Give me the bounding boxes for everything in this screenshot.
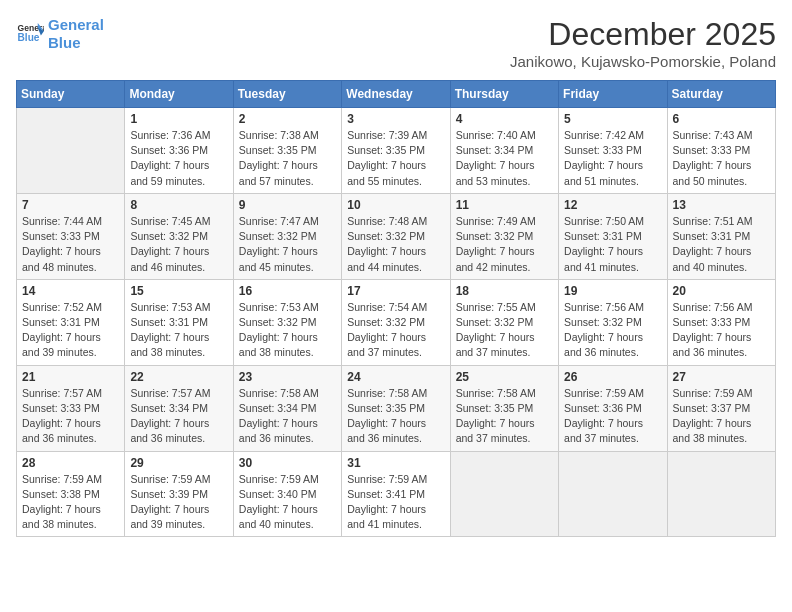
day-header-thursday: Thursday	[450, 81, 558, 108]
day-number: 30	[239, 456, 336, 470]
day-header-saturday: Saturday	[667, 81, 775, 108]
week-row-1: 1Sunrise: 7:36 AMSunset: 3:36 PMDaylight…	[17, 108, 776, 194]
subtitle: Janikowo, Kujawsko-Pomorskie, Poland	[510, 53, 776, 70]
day-number: 10	[347, 198, 444, 212]
day-number: 13	[673, 198, 770, 212]
week-row-5: 28Sunrise: 7:59 AMSunset: 3:38 PMDayligh…	[17, 451, 776, 537]
day-number: 28	[22, 456, 119, 470]
calendar-cell: 21Sunrise: 7:57 AMSunset: 3:33 PMDayligh…	[17, 365, 125, 451]
calendar-cell: 23Sunrise: 7:58 AMSunset: 3:34 PMDayligh…	[233, 365, 341, 451]
day-info: Sunrise: 7:57 AMSunset: 3:33 PMDaylight:…	[22, 386, 119, 447]
calendar-cell: 4Sunrise: 7:40 AMSunset: 3:34 PMDaylight…	[450, 108, 558, 194]
calendar-cell: 9Sunrise: 7:47 AMSunset: 3:32 PMDaylight…	[233, 193, 341, 279]
calendar-table: SundayMondayTuesdayWednesdayThursdayFrid…	[16, 80, 776, 537]
day-number: 1	[130, 112, 227, 126]
calendar-cell: 15Sunrise: 7:53 AMSunset: 3:31 PMDayligh…	[125, 279, 233, 365]
day-info: Sunrise: 7:54 AMSunset: 3:32 PMDaylight:…	[347, 300, 444, 361]
day-info: Sunrise: 7:40 AMSunset: 3:34 PMDaylight:…	[456, 128, 553, 189]
calendar-cell: 5Sunrise: 7:42 AMSunset: 3:33 PMDaylight…	[559, 108, 667, 194]
day-number: 19	[564, 284, 661, 298]
calendar-cell: 10Sunrise: 7:48 AMSunset: 3:32 PMDayligh…	[342, 193, 450, 279]
calendar-cell: 2Sunrise: 7:38 AMSunset: 3:35 PMDaylight…	[233, 108, 341, 194]
day-info: Sunrise: 7:38 AMSunset: 3:35 PMDaylight:…	[239, 128, 336, 189]
logo-text-line2: Blue	[48, 34, 104, 52]
calendar-cell: 17Sunrise: 7:54 AMSunset: 3:32 PMDayligh…	[342, 279, 450, 365]
day-number: 14	[22, 284, 119, 298]
day-number: 17	[347, 284, 444, 298]
calendar-cell	[17, 108, 125, 194]
day-info: Sunrise: 7:51 AMSunset: 3:31 PMDaylight:…	[673, 214, 770, 275]
calendar-cell: 16Sunrise: 7:53 AMSunset: 3:32 PMDayligh…	[233, 279, 341, 365]
day-number: 16	[239, 284, 336, 298]
week-row-2: 7Sunrise: 7:44 AMSunset: 3:33 PMDaylight…	[17, 193, 776, 279]
day-number: 27	[673, 370, 770, 384]
day-info: Sunrise: 7:59 AMSunset: 3:37 PMDaylight:…	[673, 386, 770, 447]
calendar-cell: 3Sunrise: 7:39 AMSunset: 3:35 PMDaylight…	[342, 108, 450, 194]
day-info: Sunrise: 7:50 AMSunset: 3:31 PMDaylight:…	[564, 214, 661, 275]
logo: General Blue General Blue	[16, 16, 104, 52]
day-number: 11	[456, 198, 553, 212]
day-number: 25	[456, 370, 553, 384]
day-number: 21	[22, 370, 119, 384]
svg-text:Blue: Blue	[18, 32, 40, 43]
calendar-cell: 31Sunrise: 7:59 AMSunset: 3:41 PMDayligh…	[342, 451, 450, 537]
month-title: December 2025	[510, 16, 776, 53]
day-info: Sunrise: 7:55 AMSunset: 3:32 PMDaylight:…	[456, 300, 553, 361]
day-number: 3	[347, 112, 444, 126]
week-row-4: 21Sunrise: 7:57 AMSunset: 3:33 PMDayligh…	[17, 365, 776, 451]
calendar-cell	[667, 451, 775, 537]
day-info: Sunrise: 7:59 AMSunset: 3:38 PMDaylight:…	[22, 472, 119, 533]
day-number: 26	[564, 370, 661, 384]
calendar-cell: 18Sunrise: 7:55 AMSunset: 3:32 PMDayligh…	[450, 279, 558, 365]
calendar-cell: 8Sunrise: 7:45 AMSunset: 3:32 PMDaylight…	[125, 193, 233, 279]
day-info: Sunrise: 7:48 AMSunset: 3:32 PMDaylight:…	[347, 214, 444, 275]
calendar-cell	[450, 451, 558, 537]
page-header: General Blue General Blue December 2025 …	[16, 16, 776, 70]
day-header-wednesday: Wednesday	[342, 81, 450, 108]
day-number: 5	[564, 112, 661, 126]
day-info: Sunrise: 7:59 AMSunset: 3:39 PMDaylight:…	[130, 472, 227, 533]
calendar-cell: 30Sunrise: 7:59 AMSunset: 3:40 PMDayligh…	[233, 451, 341, 537]
logo-text-line1: General	[48, 16, 104, 34]
calendar-cell: 27Sunrise: 7:59 AMSunset: 3:37 PMDayligh…	[667, 365, 775, 451]
day-info: Sunrise: 7:53 AMSunset: 3:32 PMDaylight:…	[239, 300, 336, 361]
day-info: Sunrise: 7:53 AMSunset: 3:31 PMDaylight:…	[130, 300, 227, 361]
day-info: Sunrise: 7:59 AMSunset: 3:40 PMDaylight:…	[239, 472, 336, 533]
calendar-cell: 1Sunrise: 7:36 AMSunset: 3:36 PMDaylight…	[125, 108, 233, 194]
calendar-cell: 13Sunrise: 7:51 AMSunset: 3:31 PMDayligh…	[667, 193, 775, 279]
day-info: Sunrise: 7:36 AMSunset: 3:36 PMDaylight:…	[130, 128, 227, 189]
day-number: 12	[564, 198, 661, 212]
calendar-cell: 12Sunrise: 7:50 AMSunset: 3:31 PMDayligh…	[559, 193, 667, 279]
calendar-cell: 29Sunrise: 7:59 AMSunset: 3:39 PMDayligh…	[125, 451, 233, 537]
day-number: 2	[239, 112, 336, 126]
calendar-cell	[559, 451, 667, 537]
day-header-sunday: Sunday	[17, 81, 125, 108]
calendar-cell: 22Sunrise: 7:57 AMSunset: 3:34 PMDayligh…	[125, 365, 233, 451]
day-info: Sunrise: 7:59 AMSunset: 3:41 PMDaylight:…	[347, 472, 444, 533]
calendar-cell: 26Sunrise: 7:59 AMSunset: 3:36 PMDayligh…	[559, 365, 667, 451]
day-info: Sunrise: 7:43 AMSunset: 3:33 PMDaylight:…	[673, 128, 770, 189]
day-header-friday: Friday	[559, 81, 667, 108]
title-block: December 2025 Janikowo, Kujawsko-Pomorsk…	[510, 16, 776, 70]
day-info: Sunrise: 7:39 AMSunset: 3:35 PMDaylight:…	[347, 128, 444, 189]
day-header-tuesday: Tuesday	[233, 81, 341, 108]
day-number: 24	[347, 370, 444, 384]
day-info: Sunrise: 7:44 AMSunset: 3:33 PMDaylight:…	[22, 214, 119, 275]
logo-icon: General Blue	[16, 20, 44, 48]
day-info: Sunrise: 7:58 AMSunset: 3:34 PMDaylight:…	[239, 386, 336, 447]
day-header-monday: Monday	[125, 81, 233, 108]
day-number: 23	[239, 370, 336, 384]
day-number: 9	[239, 198, 336, 212]
day-number: 7	[22, 198, 119, 212]
day-number: 8	[130, 198, 227, 212]
calendar-cell: 25Sunrise: 7:58 AMSunset: 3:35 PMDayligh…	[450, 365, 558, 451]
day-number: 20	[673, 284, 770, 298]
day-info: Sunrise: 7:58 AMSunset: 3:35 PMDaylight:…	[347, 386, 444, 447]
day-info: Sunrise: 7:57 AMSunset: 3:34 PMDaylight:…	[130, 386, 227, 447]
calendar-cell: 11Sunrise: 7:49 AMSunset: 3:32 PMDayligh…	[450, 193, 558, 279]
day-info: Sunrise: 7:47 AMSunset: 3:32 PMDaylight:…	[239, 214, 336, 275]
day-info: Sunrise: 7:56 AMSunset: 3:33 PMDaylight:…	[673, 300, 770, 361]
calendar-cell: 28Sunrise: 7:59 AMSunset: 3:38 PMDayligh…	[17, 451, 125, 537]
day-number: 18	[456, 284, 553, 298]
days-header-row: SundayMondayTuesdayWednesdayThursdayFrid…	[17, 81, 776, 108]
